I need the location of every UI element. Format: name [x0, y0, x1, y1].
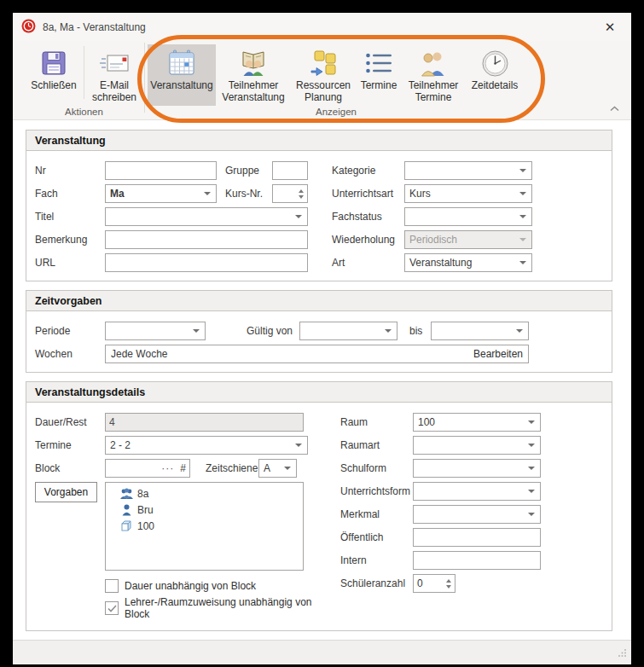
section-zeitvorgaben: Zeitvorgaben Periode Gültig von bis: [26, 290, 612, 373]
two-people-icon: [419, 47, 448, 79]
raumart-combo[interactable]: [413, 436, 541, 455]
chevron-down-icon: [519, 238, 526, 241]
block-ellipsis-button[interactable]: ···: [161, 462, 174, 474]
group-label-anzeigen: Anzeigen: [148, 106, 525, 117]
lehrer-raum-checkbox[interactable]: [105, 601, 119, 615]
ribbon: Schließen: [13, 41, 631, 120]
termine-combo[interactable]: 2 - 2: [105, 436, 308, 455]
chevron-down-icon: [519, 169, 526, 172]
email-schreiben-button[interactable]: E-Mail schreiben: [87, 44, 142, 106]
resources-listbox[interactable]: 8a Bru: [105, 482, 304, 571]
window-title: 8a, Ma - Veranstaltung: [43, 21, 146, 33]
person-icon: [119, 504, 134, 516]
section-veranstaltung: Veranstaltung Nr Gruppe Kategorie Fach: [26, 130, 612, 281]
checkbox-row-dauer[interactable]: Dauer unabhängig von Block: [105, 577, 316, 594]
schliessen-button[interactable]: Schließen: [26, 44, 81, 106]
gueltig-von-combo[interactable]: [299, 322, 397, 340]
art-label: Art: [332, 257, 404, 269]
list-item-class[interactable]: 8a: [106, 485, 303, 502]
chevron-down-icon: [193, 329, 200, 333]
schliessen-label: Schließen: [31, 79, 76, 91]
lehrer-raum-checkbox-label: Lehrer-/Raumzuweisung unabhängig von Blo…: [125, 596, 316, 620]
veranstaltung-tab-button[interactable]: Veranstaltung: [148, 44, 216, 106]
close-button[interactable]: ✕: [595, 16, 624, 38]
chevron-down-icon: [519, 261, 526, 264]
gruppe-input[interactable]: [272, 161, 308, 180]
art-combo[interactable]: Veranstaltung: [404, 253, 532, 272]
unterrichtsart-label: Unterrichtsart: [332, 188, 404, 200]
chevron-down-icon: [516, 329, 523, 333]
floppy-disk-icon: [40, 47, 67, 79]
fachstatus-combo[interactable]: [404, 207, 532, 226]
gruppe-label: Gruppe: [225, 165, 272, 177]
nr-input[interactable]: [105, 161, 217, 180]
zeitschiene-combo[interactable]: A: [258, 459, 297, 478]
schulform-combo[interactable]: [413, 459, 541, 478]
raumart-label: Raumart: [340, 439, 413, 451]
bemerkung-label: Bemerkung: [35, 234, 105, 246]
ribbon-group-anzeigen: Veranstaltung: [148, 41, 525, 119]
kategorie-label: Kategorie: [332, 165, 404, 177]
intern-label: Intern: [340, 554, 413, 566]
bis-combo[interactable]: [431, 322, 529, 340]
url-input[interactable]: [105, 253, 308, 272]
ressourcen-planung-label: Ressourcen Planung: [293, 79, 354, 103]
checkbox-row-lehrer-raum[interactable]: Lehrer-/Raumzuweisung unabhängig von Blo…: [105, 600, 316, 617]
teilnehmer-veranstaltung-label: Teilnehmer Veranstaltung: [218, 79, 289, 103]
list-item-teacher[interactable]: Bru: [106, 502, 303, 518]
termine-button[interactable]: Termine: [356, 44, 402, 106]
fach-label: Fach: [35, 188, 105, 200]
spinner-arrows-icon[interactable]: [446, 579, 455, 589]
block-hash-button[interactable]: #: [180, 462, 186, 474]
chevron-down-icon: [528, 490, 535, 493]
merkmal-combo[interactable]: [413, 505, 541, 524]
ressourcen-planung-button[interactable]: Ressourcen Planung: [291, 44, 356, 106]
fach-combo[interactable]: Ma: [105, 184, 217, 203]
vorgaben-button[interactable]: Vorgaben: [35, 482, 97, 502]
ribbon-collapse-button[interactable]: [610, 102, 619, 114]
envelope-icon: [99, 47, 130, 79]
group-label-aktionen: Aktionen: [26, 106, 142, 117]
raum-combo[interactable]: 100: [413, 413, 541, 432]
dauer-rest-label: Dauer/Rest: [35, 416, 105, 428]
termine-label: Termine: [35, 439, 105, 451]
spinner-arrows-icon[interactable]: [299, 189, 307, 199]
teilnehmer-termine-button[interactable]: Teilnehmer Termine: [402, 44, 465, 106]
unterrichtsart-combo[interactable]: Kurs: [404, 184, 532, 203]
kurs-nr-spinner[interactable]: [272, 184, 308, 203]
kategorie-combo[interactable]: [404, 161, 532, 180]
kurs-nr-label: Kurs-Nr.: [225, 188, 272, 200]
chevron-down-icon: [295, 444, 302, 447]
schueleranzahl-spinner[interactable]: 0: [413, 574, 455, 593]
oeffentlich-input[interactable]: [413, 528, 541, 547]
wochen-value: Jede Woche: [111, 348, 168, 360]
chevron-down-icon: [519, 192, 526, 195]
chevron-down-icon: [385, 329, 392, 333]
titel-combo[interactable]: [105, 207, 308, 226]
email-schreiben-label: E-Mail schreiben: [89, 79, 140, 103]
intern-input[interactable]: [413, 551, 541, 570]
calendar-icon: [166, 47, 197, 79]
unterrichtsform-combo[interactable]: [413, 482, 541, 501]
block-input[interactable]: ··· #: [105, 459, 190, 478]
oeffentlich-label: Öffentlich: [340, 531, 413, 543]
titlebar: 8a, Ma - Veranstaltung ✕: [13, 13, 631, 41]
wochen-label: Wochen: [35, 348, 105, 360]
resize-grip-icon: [618, 648, 627, 658]
zeitschiene-label: Zeitschiene: [206, 462, 258, 474]
dauer-checkbox[interactable]: [105, 579, 119, 593]
wochen-field[interactable]: Jede Woche Bearbeiten: [105, 345, 529, 363]
dialog-window: 8a, Ma - Veranstaltung ✕: [13, 13, 631, 654]
resize-grip[interactable]: [618, 648, 627, 660]
periode-combo[interactable]: [105, 322, 206, 340]
statusbar: [13, 640, 631, 664]
teilnehmer-veranstaltung-button[interactable]: Teilnehmer Veranstaltung: [216, 44, 291, 106]
bearbeiten-button[interactable]: Bearbeiten: [473, 348, 523, 360]
url-label: URL: [35, 257, 105, 269]
raum-label: Raum: [340, 416, 413, 428]
list-item-room[interactable]: 100: [106, 518, 303, 534]
wiederholung-combo: Periodisch: [404, 230, 532, 249]
zeitdetails-button[interactable]: Zeitdetails: [465, 44, 525, 106]
bemerkung-input[interactable]: [105, 230, 308, 249]
dauer-rest-input: [105, 413, 304, 432]
